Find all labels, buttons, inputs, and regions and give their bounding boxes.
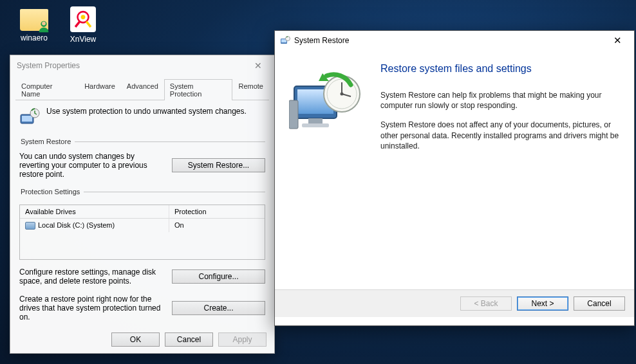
wizard-paragraph-2: System Restore does not affect any of yo…	[380, 120, 620, 151]
tab-system-protection[interactable]: System Protection	[164, 79, 233, 100]
apply-button: Apply	[218, 332, 267, 347]
system-restore-group: System Restore You can undo system chang…	[19, 138, 265, 179]
window-title: System Restore	[294, 36, 349, 45]
create-button[interactable]: Create...	[172, 301, 265, 315]
close-button[interactable]: ✕	[606, 35, 629, 46]
configure-button[interactable]: Configure...	[172, 269, 265, 284]
drives-table: Available Drives Protection Local Disk (…	[19, 205, 265, 260]
svg-point-1	[42, 21, 46, 25]
svg-rect-13	[302, 123, 329, 127]
svg-rect-5	[22, 116, 32, 122]
intro-text: Use system protection to undo unwanted s…	[46, 107, 247, 116]
system-protection-icon	[19, 107, 40, 127]
folder-icon	[20, 9, 48, 31]
desktop-icon-label: winaero	[12, 33, 57, 42]
drive-name: Local Disk (C:) (System)	[38, 221, 115, 229]
restore-hero-icon	[289, 71, 366, 141]
close-button[interactable]: ✕	[248, 60, 268, 71]
group-legend: Protection Settings	[19, 188, 84, 196]
protection-settings-group: Protection Settings Available Drives Pro…	[19, 188, 265, 322]
next-button[interactable]: Next >	[517, 296, 568, 311]
svg-rect-12	[308, 118, 323, 123]
system-restore-window: System Restore ✕	[274, 30, 635, 326]
svg-rect-14	[289, 100, 298, 129]
column-header-protection[interactable]: Protection	[169, 205, 265, 218]
cancel-button[interactable]: Cancel	[574, 296, 625, 311]
tab-computer-name[interactable]: Computer Name	[15, 79, 79, 100]
restore-description: You can undo system changes by reverting…	[19, 152, 165, 179]
back-button: < Back	[460, 296, 512, 311]
group-legend: System Restore	[19, 138, 75, 145]
svg-point-3	[81, 15, 86, 19]
tab-remote[interactable]: Remote	[232, 79, 269, 100]
cancel-button[interactable]: Cancel	[165, 332, 213, 347]
wizard-paragraph-1: System Restore can help fix problems tha…	[380, 90, 620, 111]
person-badge-icon	[37, 19, 51, 33]
desktop-icon-label: XnView	[61, 35, 106, 44]
tabstrip: Computer Name Hardware Advanced System P…	[15, 78, 269, 100]
create-description: Create a restore point right now for the…	[19, 295, 165, 322]
drive-row[interactable]: Local Disk (C:) (System) On	[20, 219, 265, 232]
system-restore-button[interactable]: System Restore...	[172, 158, 265, 172]
configure-description: Configure restore settings, manage disk …	[19, 268, 165, 286]
desktop-icon-winaero[interactable]: winaero	[12, 4, 57, 42]
system-restore-icon	[280, 35, 290, 46]
window-title: System Properties	[17, 61, 80, 70]
tab-hardware[interactable]: Hardware	[79, 79, 121, 100]
tab-advanced[interactable]: Advanced	[121, 79, 164, 100]
disk-icon	[25, 222, 35, 230]
desktop-icon-xnview[interactable]: XnView	[61, 4, 106, 44]
drive-protection: On	[169, 219, 265, 232]
ok-button[interactable]: OK	[111, 332, 160, 347]
system-properties-window: System Properties ✕ Computer Name Hardwa…	[10, 55, 275, 354]
column-header-drives[interactable]: Available Drives	[20, 205, 169, 218]
svg-point-19	[341, 93, 344, 96]
xnview-icon	[70, 6, 96, 32]
wizard-heading: Restore system files and settings	[380, 63, 620, 75]
